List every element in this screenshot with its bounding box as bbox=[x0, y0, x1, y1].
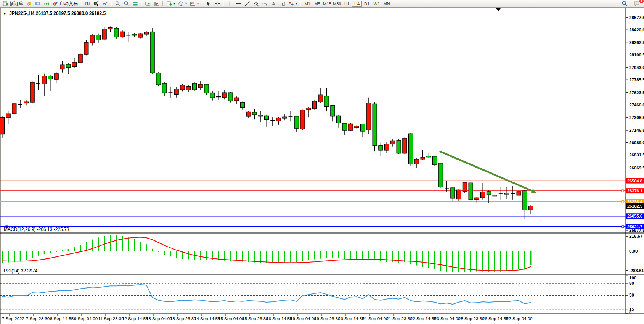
svg-text:-283.61: -283.61 bbox=[629, 268, 644, 273]
svg-text:28262.5: 28262.5 bbox=[629, 40, 644, 45]
svg-text:26238.4: 26238.4 bbox=[627, 200, 643, 204]
timeframe-d1-button[interactable]: D1 bbox=[362, 1, 372, 7]
bar-chart-mode-button[interactable] bbox=[83, 0, 92, 7]
auto-scroll-button[interactable] bbox=[143, 0, 152, 7]
crosshair-icon bbox=[214, 1, 220, 6]
period-button[interactable]: ▾ bbox=[177, 0, 188, 7]
svg-text:26669.5: 26669.5 bbox=[629, 166, 644, 170]
notifications-button[interactable]: 1 bbox=[632, 0, 642, 7]
text-tool-button[interactable]: A bbox=[269, 0, 278, 7]
chart-shift-marker[interactable] bbox=[496, 8, 501, 11]
timeframe-m5-button[interactable]: M5 bbox=[312, 1, 322, 7]
candlestick-chart-icon bbox=[93, 1, 99, 6]
zoom-out-button[interactable] bbox=[122, 0, 131, 7]
terminal-icon bbox=[35, 1, 41, 6]
svg-text:100: 100 bbox=[629, 276, 636, 280]
chart-shift-button[interactable] bbox=[152, 0, 161, 7]
crosshair-tool-button[interactable] bbox=[213, 0, 222, 7]
zoom-in-button[interactable] bbox=[113, 0, 122, 7]
text-icon: A bbox=[271, 1, 276, 6]
svg-text:25921.7: 25921.7 bbox=[627, 224, 642, 229]
new-chart-button[interactable]: ▾ bbox=[165, 0, 177, 7]
svg-text:25 Sep 23:30: 25 Sep 23:30 bbox=[458, 316, 484, 321]
fibonacci-tool-button[interactable]: F bbox=[260, 0, 269, 7]
channel-tool-button[interactable]: E bbox=[252, 0, 260, 7]
svg-text:20 Sep 14:55: 20 Sep 14:55 bbox=[338, 316, 364, 321]
chart-plot[interactable]: 28577.528420.028262.528100.527943.027785… bbox=[0, 0, 644, 324]
search-button[interactable] bbox=[620, 0, 629, 7]
svg-text:28577.5: 28577.5 bbox=[629, 15, 644, 20]
notification-badge: 1 bbox=[639, 0, 644, 3]
text-label-icon: T bbox=[279, 1, 285, 6]
timeframe-m1-button[interactable]: M1 bbox=[302, 1, 312, 7]
new-order-button[interactable]: 新订单 bbox=[1, 0, 25, 7]
svg-text:23 Sep 04:00: 23 Sep 04:00 bbox=[434, 316, 460, 321]
svg-text:26989.0: 26989.0 bbox=[629, 140, 644, 145]
svg-text:0.00: 0.00 bbox=[629, 249, 638, 253]
timeframe-h4-button[interactable]: H4 bbox=[352, 1, 362, 7]
line-handle[interactable] bbox=[622, 201, 624, 203]
line-handle[interactable] bbox=[622, 190, 624, 192]
autotrading-button[interactable]: 自动交易 bbox=[51, 0, 79, 7]
template-button[interactable]: ▾ bbox=[188, 0, 200, 7]
svg-text:27943.0: 27943.0 bbox=[629, 65, 644, 70]
svg-text:50: 50 bbox=[629, 293, 634, 297]
arrows-tool-button[interactable]: ▾ bbox=[287, 0, 299, 7]
svg-text:F: F bbox=[266, 4, 267, 6]
new-order-label: 新订单 bbox=[10, 0, 23, 7]
autotrading-label: 自动交易 bbox=[59, 0, 78, 7]
svg-text:13 Sep 23:30: 13 Sep 23:30 bbox=[170, 316, 196, 321]
rsi-indicator-label: RSI(14) 32.3974 bbox=[4, 268, 37, 274]
svg-text:27 Sep 04:00: 27 Sep 04:00 bbox=[506, 316, 532, 321]
toolbar-separator bbox=[300, 1, 301, 6]
svg-text:E: E bbox=[257, 4, 259, 6]
dropdown-caret: ▾ bbox=[296, 2, 297, 5]
timeframe-mn-button[interactable]: MN bbox=[382, 1, 392, 7]
timeframe-w1-button[interactable]: W1 bbox=[372, 1, 382, 7]
svg-text:19 Sep 23:30: 19 Sep 23:30 bbox=[314, 316, 340, 321]
megaphone-icon bbox=[26, 1, 32, 6]
svg-text:27623.5: 27623.5 bbox=[629, 90, 644, 95]
alert-button[interactable] bbox=[25, 0, 34, 7]
arrows-icon bbox=[288, 1, 294, 6]
toolbar-separator bbox=[141, 1, 142, 6]
signals-button[interactable] bbox=[42, 0, 51, 7]
one-click-trading-toggle[interactable]: ▼ bbox=[3, 12, 6, 16]
dropdown-caret: ▾ bbox=[185, 2, 187, 5]
trendline-tool-button[interactable] bbox=[243, 0, 252, 7]
svg-text:28100.5: 28100.5 bbox=[629, 53, 644, 57]
timeframe-m15-button[interactable]: M15 bbox=[322, 1, 332, 7]
toolbar: 新订单 自动交易 bbox=[0, 0, 644, 7]
svg-text:9 Sep 04:00: 9 Sep 04:00 bbox=[74, 316, 98, 321]
price-badge-26182.5: 26182.5 bbox=[626, 203, 644, 209]
timeframe-h1-button[interactable]: H1 bbox=[342, 1, 352, 7]
time-axis: 7 Sep 20227 Sep 23:308 Sep 14:559 Sep 04… bbox=[2, 314, 532, 321]
svg-text:13 Sep 04:00: 13 Sep 04:00 bbox=[146, 316, 172, 321]
zoom-in-icon bbox=[115, 1, 120, 6]
trend-arrow-object[interactable] bbox=[440, 151, 537, 193]
auto-scroll-icon bbox=[145, 1, 151, 6]
line-handle[interactable] bbox=[622, 226, 624, 228]
line-chart-mode-button[interactable] bbox=[101, 0, 109, 7]
horizontal-line-object-26238.4[interactable] bbox=[0, 201, 626, 203]
horizontal-line-tool-button[interactable] bbox=[234, 0, 243, 7]
horizontal-line-object-25921.7[interactable] bbox=[0, 226, 626, 228]
toolbar-separator bbox=[162, 1, 163, 6]
new-chart-icon bbox=[166, 1, 172, 6]
svg-text:19 Sep 04:00: 19 Sep 04:00 bbox=[290, 316, 316, 321]
toolbar-separator bbox=[202, 1, 202, 6]
svg-text:26376.1: 26376.1 bbox=[627, 189, 642, 193]
tile-windows-button[interactable] bbox=[131, 0, 140, 7]
clock-icon bbox=[178, 1, 184, 6]
vertical-line-tool-button[interactable] bbox=[225, 0, 234, 7]
toolbar-separator bbox=[223, 1, 224, 6]
terminal-button[interactable] bbox=[34, 0, 42, 7]
svg-text:12 Sep 14:55: 12 Sep 14:55 bbox=[122, 316, 148, 321]
candlestick-mode-button[interactable] bbox=[92, 0, 101, 7]
timeframe-m30-button[interactable]: M30 bbox=[332, 1, 342, 7]
svg-text:80: 80 bbox=[629, 281, 634, 285]
bar-chart-icon bbox=[85, 1, 90, 6]
text-label-tool-button[interactable]: T bbox=[278, 0, 287, 7]
svg-text:21 Sep 23:30: 21 Sep 23:30 bbox=[386, 316, 412, 321]
cursor-tool-button[interactable] bbox=[204, 0, 213, 7]
